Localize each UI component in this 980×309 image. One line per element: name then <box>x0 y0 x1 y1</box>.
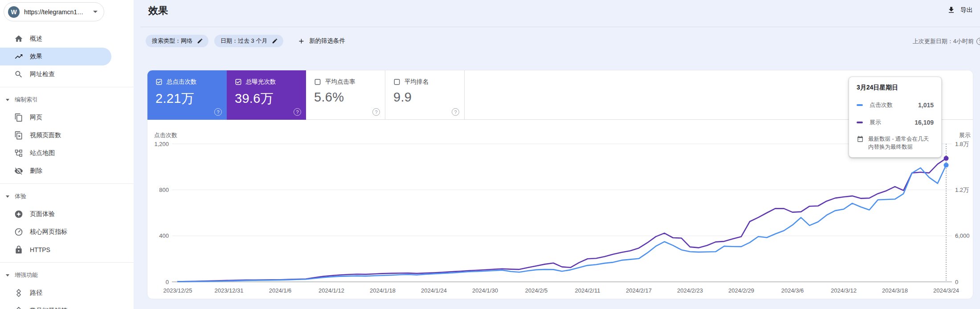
left-tick-label: 800 <box>159 187 169 193</box>
sidebar-section-indexing[interactable]: 编制索引 <box>0 91 134 109</box>
sidebar-item-faq[interactable]: 常见问题解答 <box>0 302 134 309</box>
sidebar-divider <box>0 87 134 87</box>
metric-card-avg-position[interactable]: 平均排名9.9? <box>385 70 465 120</box>
metric-card-avg-ctr[interactable]: 平均点击率5.6%? <box>306 70 385 120</box>
x-tick-label: 2024/3/18 <box>882 287 908 294</box>
sidebar-section-enhancements[interactable]: 增强功能 <box>0 266 134 284</box>
sidebar-item-video-pages[interactable]: 视频页面数 <box>0 126 134 144</box>
add-filter-button[interactable]: 新的筛选条件 <box>298 35 345 47</box>
right-tick-label: 1.8万 <box>955 141 969 147</box>
left-tick-label: 400 <box>159 232 169 239</box>
series-end-dot <box>944 163 949 167</box>
sidebar-item-label: 页面体验 <box>30 210 55 218</box>
sidebar-item-page-experience[interactable]: 页面体验 <box>0 205 134 223</box>
left-tick-label: 1,200 <box>154 141 169 147</box>
series-line-展示 <box>178 159 946 282</box>
checkbox-unchecked-icon[interactable] <box>314 78 321 85</box>
section-label: 编制索引 <box>15 96 38 104</box>
help-icon[interactable]: ? <box>214 108 222 116</box>
filter-chips: 搜索类型：网络日期：过去 3 个月 <box>146 35 283 47</box>
x-tick-label: 2024/1/24 <box>421 287 447 294</box>
x-tick-label: 2024/3/12 <box>831 287 857 294</box>
left-tick-label: 0 <box>166 279 169 285</box>
left-axis-title: 点击次数 <box>154 132 177 138</box>
x-tick-label: 2024/1/12 <box>318 287 344 294</box>
caret-down-icon <box>6 99 9 101</box>
x-tick-label: 2024/3/6 <box>781 287 804 294</box>
tooltip-date: 3月24日星期日 <box>857 84 934 92</box>
x-tick-label: 2024/2/17 <box>626 287 652 294</box>
sidebar-item-performance[interactable]: 效果 <box>0 48 111 65</box>
sidebar-item-label: HTTPS <box>30 246 50 253</box>
sidebar-item-https[interactable]: HTTPS <box>0 241 134 259</box>
chart-tooltip: 3月24日星期日 点击次数1,015展示16,109 最新数据 - 通常会在几天… <box>849 77 942 158</box>
sidebar-item-url-inspection[interactable]: 网址检查 <box>0 65 134 83</box>
metric-label: 总点击次数 <box>167 78 197 86</box>
series-line-点击次数 <box>178 165 946 282</box>
search-icon <box>14 70 23 79</box>
caret-down-icon <box>6 274 9 276</box>
x-tick-label: 2023/12/25 <box>163 287 192 294</box>
plus-icon <box>298 37 305 45</box>
sidebar-item-label: 删除 <box>30 167 42 175</box>
x-tick-label: 2024/1/6 <box>269 287 292 294</box>
filter-chip-1[interactable]: 日期：过去 3 个月 <box>214 35 283 47</box>
metric-header: 平均排名 <box>393 78 464 86</box>
sidebar-item-breadcrumbs[interactable]: 路径 <box>0 284 134 302</box>
sidebar-item-label: 网址检查 <box>30 70 55 78</box>
metric-value: 5.6% <box>314 90 385 105</box>
sidebar-item-core-web-vitals[interactable]: 核心网页指标 <box>0 223 134 241</box>
sidebar-divider <box>0 262 134 263</box>
experience-icon <box>14 210 23 219</box>
add-filter-label: 新的筛选条件 <box>309 37 345 45</box>
chip-label: 搜索类型：网络 <box>152 37 192 45</box>
checkbox-checked-icon[interactable] <box>155 78 163 85</box>
x-tick-label: 2024/2/29 <box>728 287 754 294</box>
metric-card-total-impressions[interactable]: 总曝光次数39.6万? <box>227 70 306 120</box>
property-url: https://telegramcn1… <box>24 8 89 16</box>
edit-icon[interactable] <box>272 38 278 44</box>
right-tick-label: 6,000 <box>955 232 970 239</box>
tooltip-metric-label: 点击次数 <box>870 101 893 109</box>
sidebar-item-pages[interactable]: 网页 <box>0 109 134 126</box>
help-icon[interactable]: ? <box>976 38 980 45</box>
last-updated-text: 上次更新日期：4小时前 <box>913 37 974 45</box>
header-divider <box>140 27 980 27</box>
sidebar-section-experience[interactable]: 体验 <box>0 187 134 205</box>
right-axis-title: 展示 <box>959 132 971 138</box>
metric-header: 总曝光次数 <box>235 78 306 86</box>
metric-card-total-clicks[interactable]: 总点击次数2.21万? <box>147 70 227 120</box>
property-selector[interactable]: W https://telegramcn1… <box>4 2 104 21</box>
chip-label: 日期：过去 3 个月 <box>220 37 267 45</box>
help-icon[interactable]: ? <box>294 108 301 116</box>
video-pages-icon <box>14 131 23 140</box>
export-label: 导出 <box>960 6 973 14</box>
help-icon[interactable]: ? <box>452 108 459 116</box>
checkbox-unchecked-icon[interactable] <box>393 78 400 85</box>
sidebar-item-label: 路径 <box>30 289 42 297</box>
help-icon[interactable]: ? <box>372 108 380 116</box>
filter-chip-0[interactable]: 搜索类型：网络 <box>146 35 208 47</box>
right-tick-label: 1.2万 <box>955 187 969 193</box>
tooltip-metric-value: 16,109 <box>915 119 934 126</box>
section-label: 体验 <box>15 192 26 200</box>
sidebar-item-sitemaps[interactable]: 站点地图 <box>0 144 134 162</box>
edit-icon[interactable] <box>197 38 203 44</box>
eye-off-icon <box>14 167 23 175</box>
rich-result-icon <box>14 306 23 309</box>
x-tick-label: 2023/12/31 <box>214 287 243 294</box>
sidebar-item-label: 效果 <box>30 53 42 61</box>
calendar-icon <box>857 135 864 142</box>
sitemap-icon <box>14 149 23 158</box>
page-title: 效果 <box>148 4 168 17</box>
metric-value: 2.21万 <box>155 90 227 108</box>
checkbox-checked-icon[interactable] <box>235 78 242 85</box>
tooltip-row: 展示16,109 <box>857 118 934 126</box>
sidebar-item-overview[interactable]: 概述 <box>0 30 134 48</box>
metric-value: 9.9 <box>393 90 464 105</box>
sidebar-item-removals[interactable]: 删除 <box>0 162 134 180</box>
export-button[interactable]: 导出 <box>947 6 973 14</box>
tooltip-metric-label: 展示 <box>870 118 881 126</box>
series-color-dash <box>857 122 863 123</box>
sidebar-item-label: 概述 <box>30 35 42 43</box>
